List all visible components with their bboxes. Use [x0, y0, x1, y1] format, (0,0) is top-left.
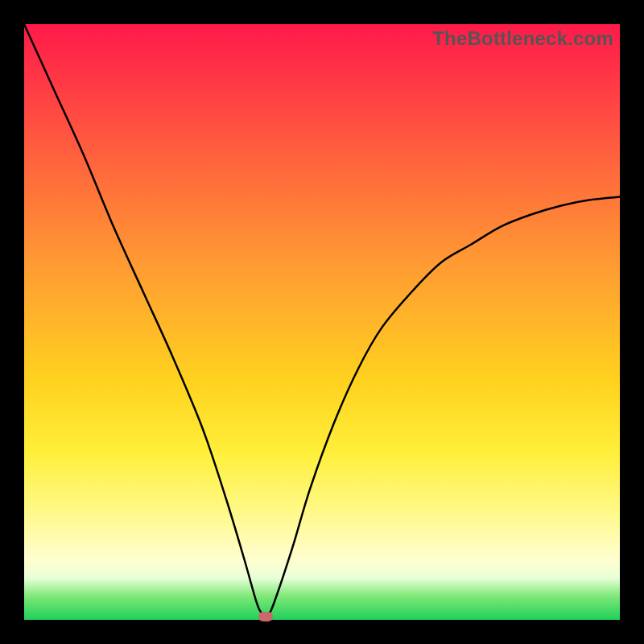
bottleneck-curve — [24, 24, 620, 620]
chart-plot-area: TheBottleneck.com — [24, 24, 620, 620]
optimal-point-marker — [258, 612, 273, 621]
chart-frame: TheBottleneck.com — [0, 0, 644, 644]
